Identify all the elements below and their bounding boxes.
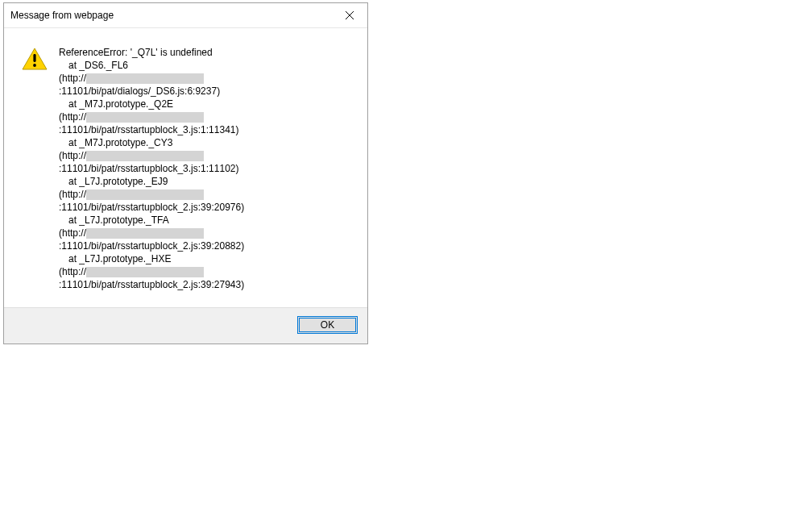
stack-frame-prefix: (http:// <box>59 189 86 200</box>
dialog-title: Message from webpage <box>10 10 114 21</box>
stack-frame-at: at _DS6._FL6 <box>59 59 354 72</box>
ok-button[interactable]: OK <box>297 316 358 334</box>
stack-frame-at: at _M7J.prototype._CY3 <box>59 136 354 149</box>
stack-frame-suffix: :11101/bi/pat/rsstartupblock_2.js:39:209… <box>59 202 244 213</box>
close-icon <box>346 11 354 19</box>
warning-icon <box>22 48 48 70</box>
dialog-content: ReferenceError: '_Q7L' is undefined at _… <box>4 28 367 307</box>
stack-frame-at: at _L7J.prototype._TFA <box>59 214 354 227</box>
stack-frame-suffix: :11101/bi/pat/rsstartupblock_3.js:1:1134… <box>59 124 238 135</box>
stack-frame-prefix: (http:// <box>59 266 86 277</box>
alert-dialog: Message from webpage ReferenceError: '_Q… <box>3 2 368 344</box>
stack-frame-source: (http://:11101/bi/pat/rsstartupblock_2.j… <box>59 265 354 291</box>
stack-frame-at: at _M7J.prototype._Q2E <box>59 98 354 110</box>
stack-frame-suffix: :11101/bi/pat/rsstartupblock_3.js:1:1110… <box>59 163 238 174</box>
redacted-host <box>86 267 204 277</box>
stack-frame-at: at _L7J.prototype._EJ9 <box>59 175 354 188</box>
error-header: ReferenceError: '_Q7L' is undefined <box>59 46 354 59</box>
svg-rect-3 <box>33 54 35 62</box>
redacted-host <box>86 112 204 123</box>
stack-frame-suffix: :11101/bi/pat/dialogs/_DS6.js:6:9237) <box>59 85 220 97</box>
stack-frame-suffix: :11101/bi/pat/rsstartupblock_2.js:39:208… <box>59 240 244 252</box>
stack-frame-prefix: (http:// <box>59 111 86 123</box>
redacted-host <box>86 73 204 84</box>
stack-frame-source: (http://:11101/bi/pat/rsstartupblock_2.j… <box>59 188 354 214</box>
close-button[interactable] <box>331 3 367 27</box>
stack-frame-source: (http://:11101/bi/pat/dialogs/_DS6.js:6:… <box>59 72 354 98</box>
dialog-footer: OK <box>4 307 367 344</box>
stack-frame-at: at _L7J.prototype._HXE <box>59 252 354 265</box>
stack-frame-source: (http://:11101/bi/pat/rsstartupblock_3.j… <box>59 149 354 175</box>
titlebar: Message from webpage <box>4 3 367 28</box>
redacted-host <box>86 189 204 200</box>
icon-column <box>22 46 59 291</box>
stack-frame-prefix: (http:// <box>59 73 86 84</box>
svg-point-4 <box>33 64 36 67</box>
stack-frame-source: (http://:11101/bi/pat/rsstartupblock_2.j… <box>59 227 354 252</box>
stack-frame-prefix: (http:// <box>59 227 86 239</box>
stack-frame-source: (http://:11101/bi/pat/rsstartupblock_3.j… <box>59 110 354 136</box>
redacted-host <box>86 228 204 239</box>
redacted-host <box>86 151 204 161</box>
error-message: ReferenceError: '_Q7L' is undefined at _… <box>59 46 354 291</box>
stack-frame-prefix: (http:// <box>59 150 86 161</box>
stack-frame-suffix: :11101/bi/pat/rsstartupblock_2.js:39:279… <box>59 279 244 290</box>
